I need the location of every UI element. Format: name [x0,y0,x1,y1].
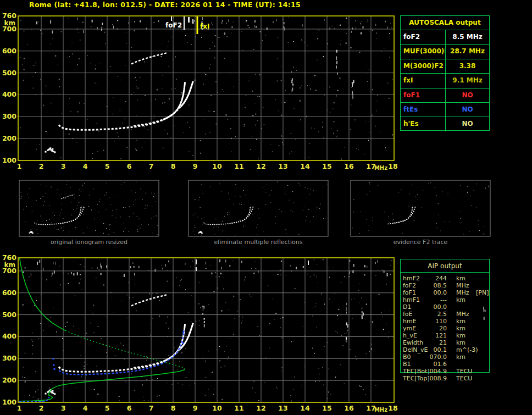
autoscala-table-rows: foF28.5 MHzMUF(3000)F228.7 MHzM(3000)F23… [401,30,489,131]
grid [18,16,394,161]
parameter-label: MUF(3000)F2 [401,45,446,58]
parameter-label: B1 [403,361,429,368]
table-row: M(3000)F23.38 [401,59,489,73]
parameter-value: 20 [429,325,447,332]
y-axis-unit: km [4,261,15,269]
x-tick-label: 13 [278,162,287,170]
x-tick-label: 2 [39,404,44,412]
x-tick-label: 13 [278,404,287,412]
y-tick-label: 760 [2,253,16,262]
x-tick-label: 10 [212,162,222,170]
axis-labels: 760700600500400300200100km12345678910111… [2,253,398,413]
y-tick-label: 760 [2,12,16,20]
parameter-value: 008.9 [429,375,447,382]
y-tick-label: 100 [2,398,16,406]
top-ionogram: foF2fxI760700600500400300200100km1234567… [2,12,398,171]
table-row: ymE20km [403,325,496,332]
x-tick-label: 18 [388,162,397,170]
axis-labels: 760700600500400300200100km12345678910111… [2,12,398,171]
parameter-unit: MHz [456,289,476,296]
aip-table-rows: hmF2244kmfoF208.5MHzfoF100.0MHz[PN]hmF1-… [403,275,496,382]
parameter-unit: km [456,332,476,339]
panel-border [351,180,490,236]
parameter-label: fxI [401,74,446,87]
parameter-label: h'Es [401,117,446,131]
x-tick-label: 14 [300,404,310,412]
parameter-value: NO [446,103,489,117]
table-row: B0070.0km [403,353,496,361]
parameter-label: B0 [403,353,429,361]
parameter-label: hmF1 [403,296,429,303]
parameter-label: TEC[Bot] [403,368,429,375]
y-tick-label: 600 [2,289,16,297]
parameter-unit: TECU [456,368,476,375]
parameter-value: 00.0 [429,303,447,311]
table-row: ftEsNO [401,102,489,117]
x-tick-label: 1 [17,404,22,412]
parameter-value: NO [446,88,489,102]
y-tick-label: 400 [2,332,16,340]
parameter-value: 244 [429,275,447,282]
x-tick-label: 12 [256,404,265,412]
autoscala-table-title: AUTOSCALA output [401,16,489,30]
table-row: hmE110km [403,318,496,325]
aip-table-title: AIP output [401,259,489,273]
x-tick-label: 15 [322,404,331,412]
table-row: DelN_vE00.1m^(-3) [403,346,496,353]
x-tick-label: 11 [234,404,243,412]
table-row: foF208.5MHz [403,282,496,289]
x-tick-label: 4 [83,404,88,412]
panel-caption-eliminate: eliminate multiple reflections [189,239,328,246]
parameter-value: 2.5 [429,311,447,318]
x-tick-label: 11 [234,162,243,170]
grid [18,258,394,402]
x-tick-label: 16 [344,404,354,412]
parameter-value: 9.1 MHz [446,74,489,87]
x-tick-label: 10 [212,404,222,412]
y-tick-label: 500 [2,69,16,77]
fxI-marker-label: fxI [200,23,209,30]
parameter-label: ftEs [401,103,446,117]
parameter-label: ymE [403,325,429,332]
table-row: B101.6 [403,361,496,368]
parameter-unit: MHz [456,311,476,318]
x-tick-label: 15 [322,162,331,170]
parameter-label: foF1 [401,88,446,102]
table-row: hmF2244km [403,275,496,282]
parameter-label: DelN_vE [403,346,429,353]
parameter-value: 110 [429,318,447,325]
parameter-value: 00.0 [429,289,447,296]
parameter-label: h_vE [403,332,429,339]
table-row: hmF1---km [403,296,496,303]
parameter-label: D1 [403,303,429,311]
panel-evidence-f2-trace [351,180,490,236]
parameter-unit: MHz [456,282,476,289]
parameter-value: 21 [429,339,447,346]
table-row: MUF(3000)F228.7 MHz [401,44,489,58]
x-tick-label: 16 [344,162,354,170]
parameter-value: NO [446,117,489,131]
parameter-label: Ewidth [403,339,429,346]
y-axis-unit: km [4,19,15,27]
y-tick-label: 400 [2,90,16,98]
x-tick-label: 2 [39,162,44,170]
parameter-label: foF1 [403,289,429,296]
x-tick-label: 7 [149,404,154,412]
panel-caption-evidence: evidence F2 trace [351,239,490,246]
panel-caption-original: original ionogram resized [19,239,159,246]
x-tick-label: 5 [105,162,110,170]
parameter-unit: km [456,339,476,346]
noise-layer [20,16,393,159]
parameter-note: [PN] [476,289,489,296]
x-tick-label: 6 [127,404,132,412]
x-tick-label: 9 [193,404,198,412]
y-tick-label: 600 [2,47,16,55]
fitted-trace [19,330,184,402]
electron-density-profile [19,258,185,401]
parameter-label: M(3000)F2 [401,59,446,73]
y-tick-label: 100 [2,156,16,164]
parameter-value: 004.9 [429,368,447,375]
panel-eliminate-reflections [189,180,328,236]
parameter-label: foF2 [401,30,446,44]
parameter-value: 01.6 [429,361,447,368]
